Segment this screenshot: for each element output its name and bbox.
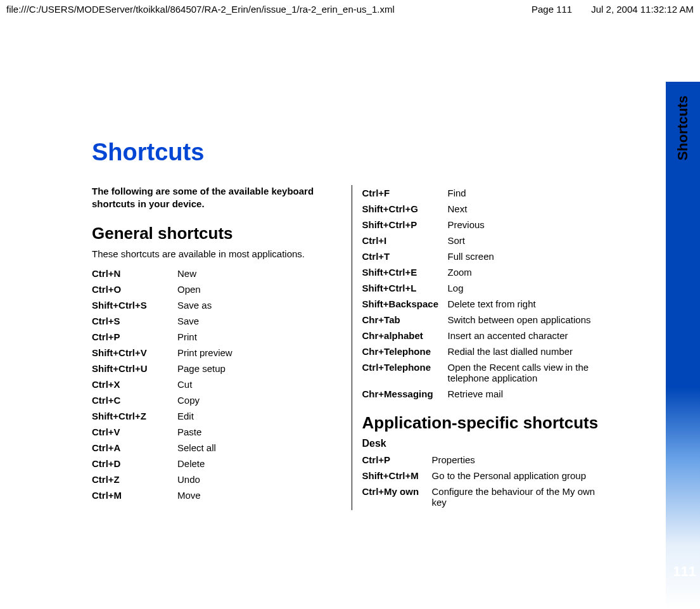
- table-row: Chr+MessagingRetrieve mail: [362, 386, 612, 402]
- table-row: Ctrl+TFull screen: [362, 248, 612, 264]
- table-row: Shift+Ctrl+SSave as: [92, 297, 341, 313]
- file-path: file:///C:/USERS/MODEServer/tkoikkal/864…: [6, 4, 395, 15]
- timestamp: Jul 2, 2004 11:32:12 AM: [591, 4, 694, 15]
- table-row: Ctrl+ISort: [362, 233, 612, 248]
- table-row: Ctrl+My ownConfigure the behaviour of th…: [362, 484, 612, 510]
- table-row: Shift+Ctrl+EZoom: [362, 264, 612, 280]
- page-label: Page 111: [531, 4, 572, 15]
- general-heading: General shortcuts: [92, 224, 341, 243]
- table-row: Ctrl+NNew: [92, 266, 341, 281]
- table-row: Shift+Ctrl+GNext: [362, 201, 612, 217]
- general-sub: These shortcuts are available in most ap…: [92, 248, 341, 259]
- table-row: Shift+BackspaceDelete text from right: [362, 296, 612, 312]
- table-row: Ctrl+CCopy: [92, 392, 341, 408]
- table-row: Ctrl+SSave: [92, 313, 341, 329]
- table-row: Ctrl+TelephoneOpen the Recent calls view…: [362, 359, 612, 386]
- page-number: 111: [673, 563, 696, 580]
- table-row: Chr+TabSwitch between open applications: [362, 312, 612, 328]
- table-row: Ctrl+PPrint: [92, 329, 341, 345]
- table-row: Ctrl+VPaste: [92, 424, 341, 440]
- table-row: Chr+TelephoneRedial the last dialled num…: [362, 343, 612, 359]
- table-row: Shift+Ctrl+LLog: [362, 280, 612, 296]
- table-row: Shift+Ctrl+VPrint preview: [92, 345, 341, 361]
- side-tab-label: Shortcuts: [675, 96, 691, 161]
- page-title: Shortcuts: [92, 139, 611, 166]
- table-row: Shift+Ctrl+PPrevious: [362, 217, 612, 233]
- desk-shortcuts: Ctrl+PProperties Shift+Ctrl+MGo to the P…: [362, 452, 612, 510]
- table-row: Ctrl+FFind: [362, 185, 612, 201]
- app-specific-heading: Application-specific shortcuts: [362, 413, 612, 433]
- table-row: Ctrl+PProperties: [362, 452, 612, 468]
- general-shortcuts-right: Ctrl+FFind Shift+Ctrl+GNext Shift+Ctrl+P…: [362, 185, 612, 402]
- table-row: Shift+Ctrl+ZEdit: [92, 408, 341, 424]
- desk-subhead: Desk: [362, 438, 612, 449]
- table-row: Ctrl+ASelect all: [92, 440, 341, 456]
- intro-text: The following are some of the available …: [92, 185, 341, 211]
- table-row: Ctrl+ZUndo: [92, 471, 341, 487]
- table-row: Ctrl+XCut: [92, 376, 341, 392]
- table-row: Ctrl+DDelete: [92, 456, 341, 471]
- side-tab: Shortcuts 111: [666, 82, 700, 608]
- table-row: Ctrl+OOpen: [92, 281, 341, 297]
- general-shortcuts-left: Ctrl+NNew Ctrl+OOpen Shift+Ctrl+SSave as…: [92, 266, 341, 503]
- table-row: Ctrl+MMove: [92, 487, 341, 503]
- table-row: Shift+Ctrl+UPage setup: [92, 361, 341, 376]
- table-row: Shift+Ctrl+MGo to the Personal applicati…: [362, 468, 612, 484]
- print-header: file:///C:/USERS/MODEServer/tkoikkal/864…: [0, 0, 700, 18]
- table-row: Chr+alphabetInsert an accented character: [362, 328, 612, 343]
